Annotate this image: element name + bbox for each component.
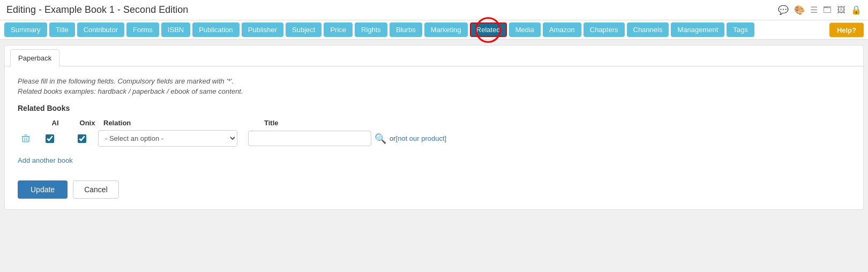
nav-amazon[interactable]: Amazon [543,22,581,37]
nav-tags[interactable]: Tags [727,22,754,37]
cancel-button[interactable]: Cancel [73,180,119,199]
info-line2: Related books examples: hardback / paper… [18,87,850,95]
nav-subject[interactable]: Subject [286,22,321,37]
table-row: - Select an option - 🔍 or [not our produ… [18,130,850,147]
svg-rect-0 [23,137,29,142]
nav-price[interactable]: Price [324,22,353,37]
nav-related[interactable]: Related [470,22,507,37]
comment-icon[interactable]: 💬 [778,5,789,15]
col-header-ai: AI [39,119,71,127]
not-our-product-link[interactable]: [not our product] [396,134,447,142]
nav-media[interactable]: Media [509,22,541,37]
onix-checkbox-cell [66,134,98,143]
list-icon[interactable]: ☰ [810,5,818,15]
form-actions: Update Cancel [18,180,850,199]
nav-title[interactable]: Title [49,22,75,37]
related-nav-wrapper: Related [470,22,507,37]
info-line1: Please fill in the following fields. Com… [18,77,850,85]
tab-paperback[interactable]: Paperback [10,49,59,66]
nav-rights[interactable]: Rights [355,22,387,37]
nav-summary[interactable]: Summary [4,22,47,37]
nav-marketing[interactable]: Marketing [424,22,468,37]
nav-forms[interactable]: Forms [126,22,159,37]
ai-checkbox[interactable] [46,134,54,143]
ai-checkbox-cell [34,134,66,143]
title-input[interactable] [248,131,371,146]
related-books-title: Related Books [18,104,850,112]
nav-contributor[interactable]: Contributor [77,22,124,37]
palette-icon[interactable]: 🎨 [794,5,805,15]
window-icon[interactable]: 🗔 [823,5,832,15]
content-area: Paperback Please fill in the following f… [4,45,864,210]
nav-isbn[interactable]: ISBN [161,22,190,37]
onix-checkbox[interactable] [78,134,86,143]
update-button[interactable]: Update [18,180,68,199]
nav-blurbs[interactable]: Blurbs [390,22,422,37]
nav-channels[interactable]: Channels [627,22,669,37]
nav-bar: Summary Title Contributor Forms ISBN Pub… [0,20,868,40]
nav-management[interactable]: Management [671,22,724,37]
page-title: Editing - Example Book 1 - Second Editio… [6,4,188,16]
nav-publisher[interactable]: Publisher [242,22,283,37]
delete-row-button[interactable] [18,134,34,143]
lock-icon[interactable]: 🔒 [851,5,862,15]
col-header-onix: Onix [71,119,103,127]
nav-chapters[interactable]: Chapters [583,22,625,37]
help-button[interactable]: Help? [829,22,864,37]
image-icon[interactable]: 🖼 [837,5,845,15]
search-icon[interactable]: 🔍 [375,133,386,145]
nav-publication[interactable]: Publication [192,22,240,37]
table-header: AI Onix Relation Title [18,119,850,130]
top-bar: Editing - Example Book 1 - Second Editio… [0,0,868,20]
form-area: Please fill in the following fields. Com… [5,66,863,209]
tab-header: Paperback [5,46,863,66]
top-icons: 💬 🎨 ☰ 🗔 🖼 🔒 [778,5,862,15]
add-another-book-link[interactable]: Add another book [18,156,73,164]
col-header-title: Title [264,119,279,127]
col-header-relation: Relation [103,119,253,127]
relation-select[interactable]: - Select an option - [98,130,237,147]
or-text: or [390,134,396,142]
